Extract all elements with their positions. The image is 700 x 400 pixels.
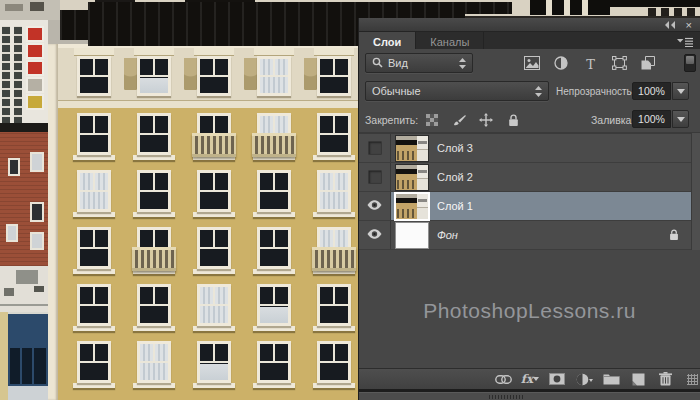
filter-kind-dropdown[interactable]: Вид <box>365 53 473 73</box>
ornate-bottom-molding <box>58 100 365 108</box>
window-sill <box>133 383 175 388</box>
rooftop-box <box>34 286 44 292</box>
layer-thumbnail[interactable] <box>396 165 428 190</box>
layer-row-body[interactable]: Слой 1 <box>391 192 691 220</box>
ornate-window <box>257 56 291 96</box>
window-glass <box>80 173 108 209</box>
layer-row-body[interactable]: Фон <box>391 221 691 249</box>
blue-building-opening <box>10 348 20 384</box>
shape-layer-filter-icon[interactable] <box>610 55 628 71</box>
visibility-toggle[interactable] <box>359 134 391 162</box>
window-glass <box>320 59 348 93</box>
lock-position-icon[interactable] <box>477 112 495 128</box>
window-crown <box>134 48 174 56</box>
ornate-window <box>197 56 231 96</box>
adjustment-layer-filter-icon[interactable] <box>552 55 570 71</box>
window-glass <box>260 287 288 323</box>
window-glass <box>320 116 348 152</box>
window-sill <box>73 212 115 217</box>
scrollbar-gutter[interactable] <box>691 133 700 250</box>
window-glass <box>200 344 228 380</box>
window-balcony <box>132 247 176 271</box>
eye-icon <box>367 200 382 212</box>
layer-row-body[interactable]: Слой 3 <box>391 134 691 162</box>
parapet-detail <box>5 4 23 11</box>
adjustment-layer-icon[interactable] <box>574 371 594 387</box>
beige-wall <box>0 312 8 400</box>
opacity-dropdown-button[interactable] <box>672 82 689 100</box>
visibility-toggle[interactable] <box>359 192 391 220</box>
smart-object-filter-icon[interactable] <box>639 55 657 71</box>
facade-ornament <box>184 58 197 90</box>
pixel-layer-filter-icon[interactable] <box>523 55 541 71</box>
window-sill <box>313 326 355 331</box>
blend-mode-dropdown[interactable]: Обычные <box>365 81 549 101</box>
panel-drag-grip[interactable] <box>489 395 525 399</box>
lock-paint-icon[interactable] <box>450 112 468 128</box>
facade-window <box>257 227 291 269</box>
layer-row-body[interactable]: Слой 2 <box>391 163 691 191</box>
window-balcony <box>192 133 236 157</box>
building-corner-trim <box>48 44 58 400</box>
delete-layer-icon[interactable] <box>655 371 675 387</box>
brick-window <box>30 202 44 222</box>
parapet-pier <box>582 0 588 15</box>
lock-row: Закрепить: Заливка: 100% <box>359 105 700 133</box>
new-group-icon[interactable] <box>601 371 621 387</box>
window-sill <box>73 326 115 331</box>
facade-window <box>317 170 351 212</box>
facade-window <box>77 113 111 155</box>
link-layers-icon[interactable] <box>493 371 513 387</box>
window-glass <box>80 230 108 266</box>
window-sill <box>253 212 295 217</box>
window-glass <box>320 287 348 323</box>
layer-thumbnail[interactable] <box>396 136 428 161</box>
window-sill <box>73 155 115 160</box>
layer-filtering-toggle[interactable] <box>684 54 696 72</box>
fill-value-field[interactable]: 100% <box>632 110 671 128</box>
lock-all-icon[interactable] <box>504 112 522 128</box>
watermark: PhotoshopLessons.ru <box>359 299 700 323</box>
layer-mask-icon[interactable] <box>547 371 567 387</box>
type-layer-filter-icon[interactable]: T <box>581 55 599 71</box>
ornate-floor <box>58 44 365 108</box>
close-panel-icon[interactable]: × <box>686 20 692 30</box>
window-glass <box>200 173 228 209</box>
layer-row[interactable]: Фон <box>359 221 691 250</box>
parapet-detail <box>530 0 610 15</box>
facade-window <box>257 170 291 212</box>
visibility-toggle[interactable] <box>359 221 391 249</box>
layer-lock-icon <box>669 229 679 241</box>
facade-window <box>77 341 111 383</box>
window-crown <box>314 48 354 56</box>
opacity-value-field[interactable]: 100% <box>632 82 671 100</box>
dropdown-spinner-icon <box>535 86 542 97</box>
layer-row[interactable]: Слой 3 <box>359 134 691 163</box>
layer-row[interactable]: Слой 2 <box>359 163 691 192</box>
facade-window <box>77 227 111 269</box>
facade-window <box>257 284 291 326</box>
dropdown-spinner-icon <box>459 58 466 69</box>
roof-cornice <box>465 2 512 14</box>
parapet-detail <box>30 2 44 11</box>
brick-window <box>30 232 44 250</box>
window-glass <box>140 287 168 323</box>
window-sill <box>73 269 115 274</box>
search-icon <box>372 57 383 70</box>
lock-transparency-icon[interactable] <box>423 112 441 128</box>
screenshot: × СлоиКаналы Вид T Обычные <box>0 0 700 400</box>
parapet-detail <box>600 0 700 7</box>
layer-style-icon[interactable]: fx <box>520 371 540 387</box>
new-layer-icon[interactable] <box>628 371 648 387</box>
layer-row[interactable]: Слой 1 <box>359 192 691 221</box>
window-glass <box>140 344 168 380</box>
layer-thumbnail[interactable] <box>396 223 428 248</box>
window-glass <box>260 59 288 93</box>
layer-thumbnail[interactable] <box>396 194 428 219</box>
panel-resize-grip[interactable] <box>687 374 698 385</box>
collapse-panel-icon[interactable] <box>664 19 676 31</box>
blue-building-opening <box>22 348 32 384</box>
window-sill <box>133 326 175 331</box>
fill-dropdown-button[interactable] <box>672 110 689 128</box>
visibility-toggle[interactable] <box>359 163 391 191</box>
